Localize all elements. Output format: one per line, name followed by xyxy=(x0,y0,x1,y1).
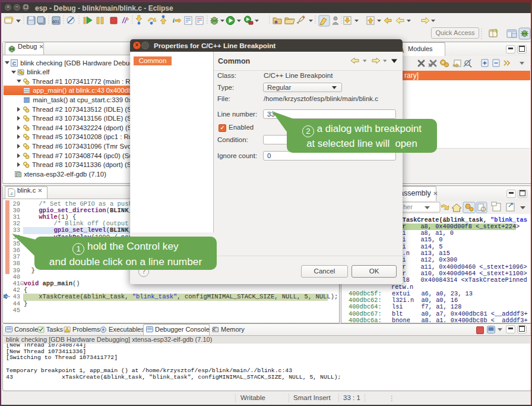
svg-text:her: her xyxy=(403,203,413,210)
svg-text:C: C xyxy=(12,60,17,66)
svg-text:.c: .c xyxy=(10,191,13,196)
svg-text:i: i xyxy=(173,17,175,24)
svg-text:601: 601 xyxy=(52,20,59,24)
